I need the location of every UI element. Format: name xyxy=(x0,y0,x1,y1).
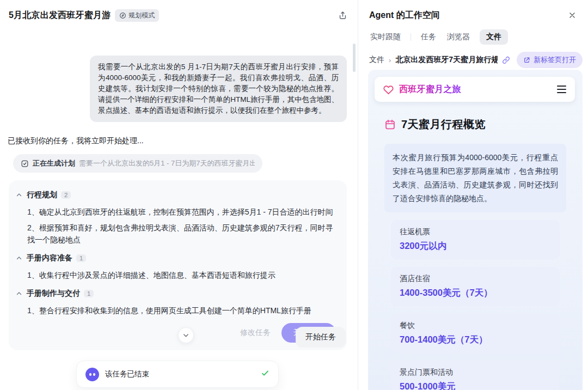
doc-body: 7天蜜月行程概览 本次蜜月旅行预算为4000-6000美元，行程重点安排在马德里… xyxy=(368,102,583,390)
breadcrumb-actions: 新标签页打开 xyxy=(502,52,583,68)
doc-section-heading: 7天蜜月行程概览 xyxy=(384,117,566,132)
mode-badge-label: 规划模式 xyxy=(128,11,155,20)
budget-label: 景点门票和活动 xyxy=(400,368,551,377)
chevron-up-icon[interactable] xyxy=(15,290,23,297)
plan-actions: 修改任务 开始任务 xyxy=(15,323,336,343)
plan-item: 1、收集行程中涉及景点的详细描述、地图信息、基本西语短语和旅行提示 xyxy=(27,269,336,281)
chevron-up-icon[interactable] xyxy=(15,254,23,262)
heart-icon xyxy=(383,84,394,95)
workspace-panel: Agent 的工作空间 实时跟随 任务 浏览器 文件 文件 › 北京出发西班牙7… xyxy=(358,0,588,390)
plan-status-label: 正在生成计划 xyxy=(33,159,75,168)
success-check-icon xyxy=(261,369,270,380)
budget-value: 3200元以内 xyxy=(400,240,551,252)
close-icon[interactable] xyxy=(566,9,578,21)
link-icon[interactable] xyxy=(502,56,510,64)
budget-card-food: 餐饮 700-1400美元（7天） xyxy=(391,314,560,353)
chat-header: 5月北京出发西班牙蜜月游 规划模式 xyxy=(0,0,358,22)
tab-live-follow[interactable]: 实时跟随 xyxy=(369,29,402,45)
budget-label: 酒店住宿 xyxy=(400,274,551,284)
budget-card-tickets: 景点门票和活动 500-1000美元 xyxy=(391,361,560,390)
plan-item: 1、整合行程安排和收集到的信息，使用网页生成工具创建一个简单的HTML旅行手册 xyxy=(27,304,336,316)
budget-value: 1400-3500美元（7天） xyxy=(400,287,551,299)
plan-status-summary: 需要一个从北京出发的5月1 - 7日为期7天的西班牙蜜月出行安排，... xyxy=(79,159,255,168)
section-title: 手册内容准备 xyxy=(27,253,72,263)
user-message-bubble: 我需要一个从北京出发的5 月1-7日为期7天的西班牙蜜月出行安排，预算为4000… xyxy=(90,56,347,122)
plan-status-pill[interactable]: 正在生成计划 需要一个从北京出发的5月1 - 7日为期7天的西班牙蜜月出行安排，… xyxy=(13,154,262,173)
calendar-icon xyxy=(384,119,396,130)
task-finished-toast: 该任务已结束 xyxy=(76,361,279,388)
section-title: 行程规划 xyxy=(27,190,57,200)
plan-status-icon xyxy=(21,160,29,168)
workspace-tabs: 实时跟随 任务 浏览器 文件 xyxy=(358,21,588,45)
section-header[interactable]: 手册内容准备 1 xyxy=(15,251,336,265)
scrollbar-thumb[interactable] xyxy=(353,44,356,72)
trip-summary: 本次蜜月旅行预算为4000-6000美元，行程重点安排在马德里和巴塞罗那两座城市… xyxy=(384,144,566,212)
workspace-header: Agent 的工作空间 xyxy=(358,0,588,21)
tab-tasks[interactable]: 任务 xyxy=(420,29,437,45)
section-count-badge: 1 xyxy=(76,254,86,262)
budget-value: 700-1400美元（7天） xyxy=(400,334,551,346)
doc-title: 西班牙蜜月之旅 xyxy=(399,84,461,95)
plan-item: 1、确定从北京到西班牙的往返航班，控制在预算范围内，并选择5月1 - 7日合适的… xyxy=(27,206,336,218)
open-new-tab-button[interactable]: 新标签页打开 xyxy=(517,52,583,68)
chevron-down-icon[interactable] xyxy=(178,327,194,343)
start-task-secondary-button[interactable]: 开始任务 xyxy=(296,327,346,348)
plan-section-itinerary: 行程规划 2 1、确定从北京到西班牙的往返航班，控制在预算范围内，并选择5月1 … xyxy=(15,188,336,246)
file-preview: 西班牙蜜月之旅 7天蜜月行程概览 本次蜜月旅行预算为4000-6000美元，行程… xyxy=(368,70,583,390)
bot-avatar xyxy=(85,368,99,381)
plan-section-delivery: 手册制作与交付 1 1、整合行程安排和收集到的信息，使用网页生成工具创建一个简单… xyxy=(15,287,336,316)
breadcrumb: 文件 › 北京出发西班牙7天蜜月旅行规划及景... 新标签页打开 xyxy=(358,45,588,68)
toast-text: 该任务已结束 xyxy=(105,369,149,379)
chevron-up-icon[interactable] xyxy=(15,191,23,199)
app-window: 5月北京出发西班牙蜜月游 规划模式 我需要一个从北京出发的5 月1-7日为期7天… xyxy=(0,0,588,390)
plan-section-content-prep: 手册内容准备 1 1、收集行程中涉及景点的详细描述、地图信息、基本西语短语和旅行… xyxy=(15,251,336,281)
doc-section-title: 7天蜜月行程概览 xyxy=(401,117,486,132)
breadcrumb-separator: › xyxy=(389,56,391,64)
section-header[interactable]: 行程规划 2 xyxy=(15,188,336,202)
section-header[interactable]: 手册制作与交付 1 xyxy=(15,287,336,301)
section-count-badge: 1 xyxy=(84,290,94,297)
breadcrumb-filename[interactable]: 北京出发西班牙7天蜜月旅行规划及景... xyxy=(395,55,498,65)
modify-task-button[interactable]: 修改任务 xyxy=(240,328,271,338)
open-new-tab-label: 新标签页打开 xyxy=(534,55,576,65)
budget-label: 餐饮 xyxy=(400,321,551,331)
section-count-badge: 2 xyxy=(61,191,71,199)
chat-panel: 5月北京出发西班牙蜜月游 规划模式 我需要一个从北京出发的5 月1-7日为期7天… xyxy=(0,0,358,390)
budget-value: 500-1000美元 xyxy=(400,381,551,390)
plan-box: 行程规划 2 1、确定从北京到西班牙的往返航班，控制在预算范围内，并选择5月1 … xyxy=(9,180,347,350)
budget-card-hotel: 酒店住宿 1400-3500美元（7天） xyxy=(391,267,560,306)
budget-label: 往返机票 xyxy=(400,227,551,237)
session-title: 5月北京出发西班牙蜜月游 xyxy=(9,10,111,21)
doc-header-card: 西班牙蜜月之旅 xyxy=(375,77,575,102)
tab-browser[interactable]: 浏览器 xyxy=(446,29,471,45)
budget-card-flights: 往返机票 3200元以内 xyxy=(391,220,560,259)
breadcrumb-root[interactable]: 文件 xyxy=(369,55,384,65)
external-link-icon xyxy=(523,57,530,64)
mode-badge-icon xyxy=(119,12,126,19)
share-icon[interactable] xyxy=(336,9,349,22)
menu-icon[interactable] xyxy=(557,86,566,93)
tab-divider xyxy=(411,33,411,41)
section-title: 手册制作与交付 xyxy=(27,289,80,298)
agent-ack-text: 已接收到你的任务，我将立即开始处理... xyxy=(8,136,349,146)
planning-mode-badge[interactable]: 规划模式 xyxy=(115,9,159,22)
workspace-title: Agent 的工作空间 xyxy=(369,10,440,21)
plan-item: 2、根据预算和喜好，规划包含弗拉明戈表演、品酒活动、历史建筑参观的7天行程，同时… xyxy=(27,222,336,246)
tab-files[interactable]: 文件 xyxy=(480,29,508,45)
